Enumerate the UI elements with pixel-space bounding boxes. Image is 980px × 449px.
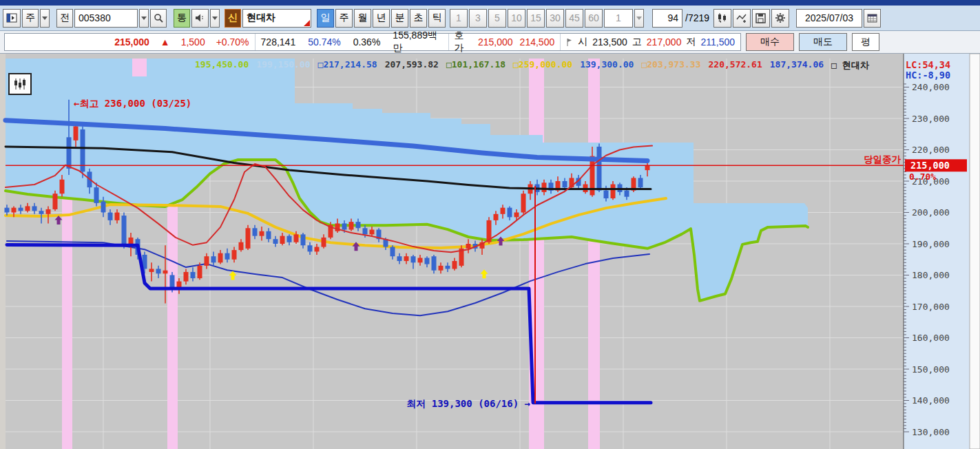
svg-text:240,000: 240,000 xyxy=(912,82,950,92)
title-strip xyxy=(0,0,980,6)
svg-text:최저 139,300 (06/16) →: 최저 139,300 (06/16) → xyxy=(406,398,530,409)
tick-count-field[interactable]: 1 xyxy=(604,9,633,28)
trade-amount: 155,889백만 xyxy=(393,30,442,54)
speaker-icon[interactable] xyxy=(191,9,209,28)
gear-icon[interactable] xyxy=(771,9,789,28)
layout-icon[interactable] xyxy=(3,9,21,28)
min-10-button[interactable]: 10 xyxy=(508,9,525,28)
buy-button[interactable]: 매수 xyxy=(746,33,794,51)
save-icon[interactable] xyxy=(752,9,770,28)
stock-name-field[interactable]: 현대차 xyxy=(242,9,311,28)
flag-icon xyxy=(566,38,573,46)
svg-text:190,000: 190,000 xyxy=(912,239,950,249)
svg-text:160,000: 160,000 xyxy=(912,333,950,343)
min-30-button[interactable]: 30 xyxy=(546,9,564,28)
resize-triangle-icon xyxy=(304,20,310,26)
candle-compare-icon[interactable] xyxy=(713,9,731,28)
svg-text:170,000: 170,000 xyxy=(912,302,950,312)
speaker-dropdown-icon[interactable] xyxy=(210,9,220,28)
indicator-value: 207,593.82 xyxy=(385,59,439,72)
svg-text:180,000: 180,000 xyxy=(912,270,950,280)
tong-button[interactable]: 통 xyxy=(174,9,190,28)
svg-text:140,000: 140,000 xyxy=(912,395,950,406)
min-15-button[interactable]: 15 xyxy=(527,9,545,28)
hoga-segment: 호가 215,000 214,500 xyxy=(449,34,561,50)
tab-month[interactable]: 월 xyxy=(354,9,371,28)
price-change: 1,500 xyxy=(181,36,205,48)
price-change-pct: +0.70% xyxy=(216,36,249,48)
period-dropdown-icon[interactable] xyxy=(40,9,50,28)
tick-dropdown-icon[interactable] xyxy=(634,9,644,28)
indicator-value: 187,374.06 xyxy=(770,59,824,72)
low-label: 저 xyxy=(686,36,696,48)
trendline-icon[interactable] xyxy=(733,9,751,28)
bar-count-input[interactable]: 94 xyxy=(652,9,682,28)
svg-text:220,000: 220,000 xyxy=(912,145,950,155)
svg-text:0.70%: 0.70% xyxy=(909,171,936,182)
svg-text:200,000: 200,000 xyxy=(912,207,950,218)
indicator-value: □217,214.58 xyxy=(318,59,377,72)
sell-button[interactable]: 매도 xyxy=(799,33,847,51)
tab-tick[interactable]: 틱 xyxy=(428,9,446,28)
shin-label: 신 xyxy=(228,12,238,24)
open-price: 213,500 xyxy=(592,36,627,48)
indicator-value: □101,167.18 xyxy=(446,59,505,72)
indicator-value: 220,572.61 xyxy=(709,59,762,72)
jeon-button[interactable]: 전 xyxy=(56,9,73,28)
period-tabs: 일 주 월 년 분 초 틱 xyxy=(317,9,447,28)
quote-field: 215,000 ▲ 1,500 +0.70% 728,141 50.74% 0.… xyxy=(4,33,741,51)
stock-code-value: 005380 xyxy=(79,12,111,23)
current-price: 215,000 xyxy=(114,36,149,48)
chart-grid-button[interactable] xyxy=(8,73,32,95)
indicator-value: 199,150.00 xyxy=(256,59,310,72)
svg-text:150,000: 150,000 xyxy=(912,364,950,375)
chart-area: 130,000140,000150,000160,000170,000180,0… xyxy=(0,54,980,449)
bar-count-value: 94 xyxy=(667,12,678,23)
shin-badge[interactable]: 신 xyxy=(225,9,241,28)
indicator-value: □259,000.00 xyxy=(513,59,572,72)
min-3-button[interactable]: 3 xyxy=(469,9,487,28)
search-icon[interactable] xyxy=(150,9,167,28)
svg-text:HC:-8,90: HC:-8,90 xyxy=(906,70,950,81)
indicator-value: 139,300.00 xyxy=(580,59,634,72)
volume: 728,141 xyxy=(261,36,296,48)
min-45-button[interactable]: 45 xyxy=(565,9,583,28)
period-label: 주 xyxy=(25,12,35,24)
svg-text:←최고 236,000 (03/25): ←최고 236,000 (03/25) xyxy=(74,98,191,109)
tab-day[interactable]: 일 xyxy=(317,9,334,28)
price-chart-canvas[interactable]: 130,000140,000150,000160,000170,000180,0… xyxy=(0,54,980,449)
indicator-value: 195,450.00 xyxy=(195,59,249,72)
svg-text:215,000: 215,000 xyxy=(910,160,950,171)
volume-ratio: 50.74% xyxy=(308,36,340,48)
tab-year[interactable]: 년 xyxy=(373,9,390,28)
min-5-button[interactable]: 5 xyxy=(488,9,506,28)
period-button[interactable]: 주 xyxy=(22,9,39,28)
min-1-button[interactable]: 1 xyxy=(450,9,468,28)
ask-price: 215,000 xyxy=(478,36,513,48)
stock-name-value: 현대차 xyxy=(247,12,275,24)
bid-price: 214,500 xyxy=(520,36,555,48)
avg-button[interactable]: 평 xyxy=(852,33,879,51)
date-input[interactable]: 2025/07/03 xyxy=(796,9,862,28)
code-dropdown-icon[interactable] xyxy=(139,9,149,28)
high-price: 217,000 xyxy=(647,36,682,48)
tab-second[interactable]: 초 xyxy=(410,9,427,28)
calendar-icon[interactable] xyxy=(864,9,881,28)
svg-text:당일종가: 당일종가 xyxy=(864,154,901,165)
bar-total-label: /7219 xyxy=(685,12,709,23)
tab-week[interactable]: 주 xyxy=(335,9,353,28)
low-price: 211,500 xyxy=(700,36,735,48)
min-60-button[interactable]: 60 xyxy=(585,9,603,28)
minute-buttons: 1 3 5 10 15 30 45 60 xyxy=(450,9,604,28)
indicator-value: □203,973.33 xyxy=(641,59,700,72)
open-label: 시 xyxy=(578,36,587,48)
stock-code-input[interactable]: 005380 xyxy=(74,9,138,28)
indicator-value: □ 현대차 xyxy=(831,59,869,72)
hoga-label: 호가 xyxy=(455,30,471,54)
svg-text:130,000: 130,000 xyxy=(912,427,950,437)
price-segment: 215,000 ▲ 1,500 +0.70% xyxy=(5,34,256,50)
tab-minute[interactable]: 분 xyxy=(391,9,408,28)
jeon-label: 전 xyxy=(60,12,70,24)
svg-text:LC:54,34: LC:54,34 xyxy=(906,59,950,70)
tong-label: 통 xyxy=(177,12,187,24)
